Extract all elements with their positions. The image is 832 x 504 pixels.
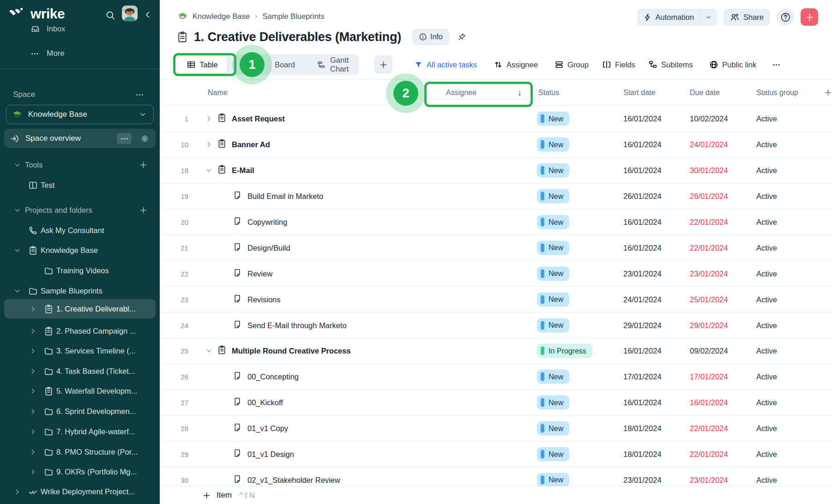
due-date[interactable]: 23/01/2024 [690, 475, 728, 484]
table-row[interactable]: 25Multiple Round Creative ProcessIn Prog… [160, 338, 832, 364]
sidebar-item-more[interactable]: More [0, 45, 160, 62]
wrike-logo[interactable]: wrike [8, 6, 65, 22]
status-cell[interactable]: New [537, 421, 569, 436]
due-date[interactable]: 24/01/2024 [690, 140, 728, 149]
table-row[interactable]: 2801_v1 CopyNew18/01/202422/01/2024Activ… [160, 416, 832, 442]
sidebar-item-2-phased-campaign[interactable]: 2. Phased Campaign ... [0, 322, 160, 340]
chevron-right-icon[interactable] [25, 367, 41, 375]
due-date[interactable]: 22/01/2024 [690, 243, 728, 252]
sidebar-item-ask-my-consultant[interactable]: Ask My Consultant [0, 222, 160, 239]
due-date[interactable]: 29/01/2024 [690, 321, 728, 330]
automation-button[interactable]: Automation [637, 9, 717, 26]
start-date[interactable]: 24/01/2024 [623, 295, 662, 304]
collapse-row-icon[interactable] [203, 347, 214, 355]
due-date[interactable]: 22/01/2024 [690, 450, 728, 459]
due-date[interactable]: 26/01/2024 [690, 192, 728, 201]
due-date[interactable]: 09/02/2024 [690, 347, 728, 355]
table-row[interactable]: 21Design/BuildNew16/01/202422/01/2024Act… [160, 235, 832, 261]
start-date[interactable]: 16/01/2024 [623, 166, 662, 175]
task-name[interactable]: Multiple Round Creative Process [232, 347, 351, 355]
chevron-right-icon[interactable] [25, 327, 41, 335]
sidebar-item-inbox[interactable]: Inbox [0, 26, 160, 37]
status-badge[interactable]: New [537, 421, 569, 436]
status-badge[interactable]: New [537, 240, 569, 255]
start-date[interactable]: 16/01/2024 [623, 218, 662, 227]
chevron-right-icon[interactable] [25, 468, 41, 476]
status-badge[interactable]: New [537, 370, 569, 384]
status-badge[interactable]: New [537, 112, 569, 126]
status-cell[interactable]: New [537, 189, 569, 204]
status-cell[interactable]: New [537, 447, 569, 462]
due-date[interactable]: 25/01/2024 [690, 295, 728, 304]
status-badge[interactable]: New [537, 189, 569, 204]
task-name[interactable]: Asset Request [232, 114, 285, 123]
start-date[interactable]: 16/01/2024 [623, 347, 662, 355]
task-name[interactable]: E-Mail [232, 166, 254, 175]
collapse-row-icon[interactable] [203, 167, 214, 174]
start-date[interactable]: 17/01/2024 [623, 372, 662, 381]
due-date[interactable]: 30/01/2024 [690, 166, 728, 175]
chevron-right-icon[interactable] [25, 347, 41, 355]
due-date[interactable]: 16/01/2024 [690, 398, 728, 407]
chevron-down-icon[interactable] [9, 246, 25, 254]
task-name[interactable]: 02_v1_Stakeholder Review [247, 475, 340, 484]
expand-row-icon[interactable] [203, 141, 214, 149]
start-date[interactable]: 18/01/2024 [623, 450, 662, 459]
sidebar-item-test[interactable]: Test [0, 176, 160, 194]
status-cell[interactable]: New [537, 112, 569, 126]
start-date[interactable]: 23/01/2024 [623, 475, 662, 484]
public-link-control[interactable]: Public link [709, 54, 756, 75]
table-row[interactable]: 2600_ConceptingNew17/01/202417/01/2024Ac… [160, 364, 832, 390]
status-group[interactable]: Active [756, 269, 777, 278]
start-date[interactable]: 16/01/2024 [623, 114, 662, 123]
chevron-right-icon[interactable] [25, 387, 41, 395]
task-name[interactable]: 01_v1 Copy [247, 424, 288, 433]
start-date[interactable]: 29/01/2024 [623, 321, 662, 330]
help-button[interactable] [777, 8, 794, 26]
status-badge[interactable]: New [537, 163, 569, 178]
column-header-assignee[interactable]: Assignee [446, 80, 476, 105]
status-badge[interactable]: New [537, 215, 569, 229]
status-group[interactable]: Active [756, 372, 777, 381]
start-date[interactable]: 23/01/2024 [623, 269, 662, 278]
sidebar-item-training-videos[interactable]: Training Videos [0, 262, 160, 279]
status-group[interactable]: Active [756, 347, 777, 355]
status-group[interactable]: Active [756, 450, 777, 459]
sidebar-item-4-task-based-ticket[interactable]: 4. Task Based (Ticket... [0, 362, 160, 380]
sidebar-item-3-services-timeline[interactable]: 3. Services Timeline (... [0, 342, 160, 360]
toolbar-more-button[interactable] [772, 54, 781, 75]
task-name[interactable]: Build Email in Marketo [247, 192, 323, 201]
task-name[interactable]: 00_Kickoff [247, 398, 283, 407]
due-date[interactable]: 22/01/2024 [690, 218, 728, 227]
expand-row-icon[interactable] [203, 115, 214, 123]
tab-table[interactable]: Table [177, 56, 227, 73]
task-name[interactable]: 00_Concepting [247, 372, 299, 381]
add-item-button[interactable]: Item ^⇧N [202, 491, 255, 500]
task-name[interactable]: Design/Build [247, 243, 290, 252]
sidebar-item-space-overview[interactable]: Space overview [4, 129, 156, 148]
task-name[interactable]: Copywriting [247, 218, 287, 227]
task-name[interactable]: Banner Ad [232, 140, 270, 149]
filter-control[interactable]: All active tasks [414, 54, 477, 75]
status-group[interactable]: Active [756, 166, 777, 175]
status-badge[interactable]: New [537, 447, 569, 462]
plus-icon[interactable] [139, 161, 148, 169]
start-date[interactable]: 16/01/2024 [623, 398, 662, 407]
fields-control[interactable]: Fields [602, 54, 635, 75]
table-row[interactable]: 24Send E-Mail through MarketoNew29/01/20… [160, 312, 832, 338]
table-row[interactable]: 19Build Email in MarketoNew26/01/202426/… [160, 184, 832, 210]
column-header-start-date[interactable]: Start date [623, 80, 655, 105]
chevron-right-icon[interactable] [25, 408, 41, 415]
breadcrumb-knowledge-base[interactable]: Knowledge Base [193, 12, 250, 21]
group-control[interactable]: Group [555, 54, 589, 75]
sidebar-item-6-sprint-developmen[interactable]: 6. Sprint Developmen... [0, 402, 160, 420]
due-date[interactable]: 17/01/2024 [690, 372, 728, 381]
start-date[interactable]: 26/01/2024 [623, 192, 662, 201]
task-name[interactable]: Review [247, 269, 272, 278]
column-header-status[interactable]: Status [538, 80, 559, 105]
plus-icon[interactable] [139, 206, 148, 215]
status-group[interactable]: Active [756, 218, 777, 227]
status-group[interactable]: Active [756, 295, 777, 304]
start-date[interactable]: 16/01/2024 [623, 243, 662, 252]
table-row[interactable]: 2901_v1 DesignNew18/01/202422/01/2024Act… [160, 442, 832, 468]
